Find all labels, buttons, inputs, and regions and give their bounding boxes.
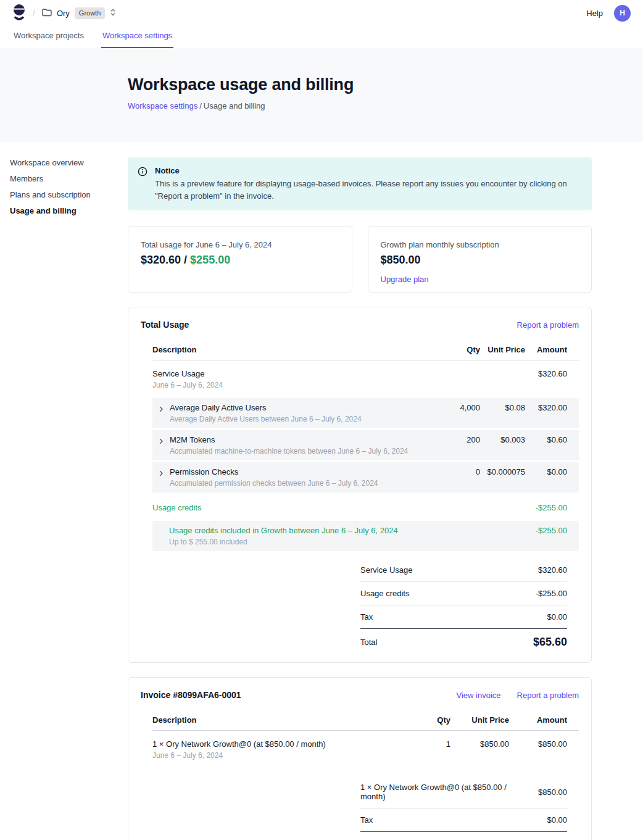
page-title: Workspace usage and billing: [128, 75, 643, 94]
row-unit-price: $0.000075: [480, 467, 525, 476]
row-subtitle: Up to $ 255.00 included: [169, 538, 398, 546]
ory-logo[interactable]: [12, 4, 26, 23]
usage-credits-item-row: Usage credits included in Growth between…: [152, 521, 579, 551]
summary-row-total: Total $65.60: [360, 629, 567, 650]
tab-workspace-settings[interactable]: Workspace settings: [101, 26, 173, 48]
workspace-name: Ory: [57, 9, 70, 18]
row-title: 1 × Ory Network Growth@0 (at $850.00 / m…: [152, 739, 395, 749]
chevron-right-icon: [158, 469, 164, 478]
row-title: Service Usage: [152, 369, 425, 378]
col-unit-price: Unit Price: [450, 715, 509, 725]
breadcrumb-separator: /: [199, 101, 202, 110]
summary-row-service-usage: Service Usage $320.60: [360, 559, 567, 582]
summary-row-total: Total $850.00: [360, 832, 567, 840]
breadcrumb-workspace-settings[interactable]: Workspace settings: [128, 101, 197, 110]
breadcrumb-current: Usage and billing: [204, 101, 265, 110]
row-title: M2M Tokens: [170, 435, 408, 444]
notice-title: Notice: [155, 166, 579, 175]
settings-sidebar: Workspace overview Members Plans and sub…: [0, 142, 128, 219]
summary-row-line-item: 1 × Ory Network Growth@0 (at $850.00 / m…: [360, 776, 567, 809]
subscription-amount: $850.00: [381, 254, 579, 267]
summary-value: $0.00: [547, 612, 567, 622]
usage-credits-group-row: Usage credits -$255.00: [152, 494, 579, 521]
invoice-summary: 1 × Ory Network Growth@0 (at $850.00 / m…: [360, 776, 567, 840]
summary-row-tax: Tax $0.00: [360, 809, 567, 832]
notice-body: This is a preview feature for displaying…: [155, 178, 579, 202]
notice-banner: Notice This is a preview feature for dis…: [128, 157, 592, 210]
row-unit-price: $0.003: [480, 435, 525, 444]
summary-row-usage-credits: Usage credits -$255.00: [360, 582, 567, 605]
total-usage-panel: Total Usage Report a problem Description…: [128, 307, 592, 663]
sidebar-item-usage-billing[interactable]: Usage and billing: [10, 203, 128, 219]
sidebar-item-workspace-overview[interactable]: Workspace overview: [10, 155, 128, 171]
row-amount: -$255.00: [525, 503, 579, 512]
usage-period-label: Total usage for June 6 – July 6, 2024: [141, 240, 339, 249]
usage-amount: $320.60 / $255.00: [141, 254, 339, 267]
view-invoice-link[interactable]: View invoice: [457, 691, 501, 700]
col-unit-price: Unit Price: [480, 345, 525, 354]
help-link[interactable]: Help: [586, 9, 603, 18]
row-amount: -$255.00: [525, 526, 579, 535]
tab-workspace-projects[interactable]: Workspace projects: [12, 26, 85, 48]
summary-row-tax: Tax $0.00: [360, 605, 567, 629]
usage-included-amount: $255.00: [190, 254, 230, 266]
row-amount: $320.60: [525, 369, 579, 378]
usage-used-amount: $320.60: [141, 254, 181, 266]
col-description: Description: [152, 715, 395, 725]
summary-value: $320.60: [538, 565, 567, 575]
page-header: Workspace usage and billing Workspace se…: [0, 48, 643, 142]
row-amount: $0.00: [525, 467, 579, 476]
total-label: Total: [360, 638, 377, 647]
summary-value: $0.00: [547, 815, 567, 825]
row-amount: $0.60: [525, 435, 579, 444]
total-value: $65.60: [533, 636, 567, 649]
row-unit-price: $0.08: [480, 403, 525, 412]
row-qty: 200: [425, 435, 480, 444]
line-item-row-m2m-tokens[interactable]: M2M Tokens Accumulated machine-to-machin…: [152, 430, 579, 460]
workspace-plan-badge: Growth: [75, 7, 105, 19]
usage-summary: Service Usage $320.60 Usage credits -$25…: [360, 559, 567, 650]
row-title: Average Daily Active Users: [170, 403, 362, 412]
invoice-table-header: Description Qty Unit Price Amount: [152, 712, 579, 731]
chevron-right-icon: [158, 405, 164, 414]
upgrade-plan-link[interactable]: Upgrade plan: [381, 275, 429, 284]
col-description: Description: [152, 345, 425, 354]
summary-label: Tax: [360, 612, 373, 622]
report-problem-link[interactable]: Report a problem: [517, 691, 579, 700]
usage-table: Description Qty Unit Price Amount Servic…: [152, 341, 579, 551]
row-qty: 4,000: [425, 403, 480, 412]
workspace-switcher[interactable]: Ory Growth: [42, 7, 116, 19]
summary-label: Service Usage: [360, 565, 413, 575]
folder-icon: [42, 8, 52, 19]
sidebar-item-members[interactable]: Members: [10, 171, 128, 187]
row-subtitle: June 6 – July 6, 2024: [152, 751, 395, 760]
row-title: Usage credits included in Growth between…: [169, 526, 398, 535]
line-item-row-permission-checks[interactable]: Permission Checks Accumulated permission…: [152, 462, 579, 493]
row-subtitle: June 6 – July 6, 2024: [152, 381, 425, 389]
usage-amount-separator: /: [181, 254, 190, 266]
summary-label: Usage credits: [360, 589, 409, 598]
sidebar-item-plans-subscription[interactable]: Plans and subscription: [10, 187, 128, 203]
summary-value: -$255.00: [536, 589, 567, 598]
invoice-title: Invoice #8099AFA6-0001: [141, 690, 241, 700]
invoice-panel: Invoice #8099AFA6-0001 View invoice Repo…: [128, 677, 592, 840]
row-unit-price: $850.00: [450, 739, 509, 749]
path-separator: /: [33, 8, 35, 18]
report-problem-link[interactable]: Report a problem: [517, 320, 579, 330]
row-subtitle: Average Daily Active Users between June …: [170, 415, 362, 423]
invoice-table: Description Qty Unit Price Amount 1 × Or…: [152, 712, 579, 768]
chevron-updown-icon: [110, 8, 116, 19]
col-qty: Qty: [395, 715, 450, 725]
row-subtitle: Accumulated permission checks between Ju…: [170, 479, 378, 488]
summary-label: Tax: [360, 815, 373, 825]
avatar[interactable]: H: [614, 5, 631, 22]
info-icon: [138, 167, 147, 202]
total-usage-stat-card: Total usage for June 6 – July 6, 2024 $3…: [128, 226, 352, 293]
col-qty: Qty: [425, 345, 480, 354]
summary-cards: Total usage for June 6 – July 6, 2024 $3…: [128, 226, 592, 293]
line-item-row-daily-active-users[interactable]: Average Daily Active Users Average Daily…: [152, 398, 579, 428]
usage-panel-title: Total Usage: [141, 320, 189, 330]
invoice-line-item-row: 1 × Ory Network Growth@0 (at $850.00 / m…: [152, 731, 579, 768]
workspace-tabs: Workspace projects Workspace settings: [0, 26, 643, 48]
subscription-stat-card: Growth plan monthly subscription $850.00…: [368, 226, 592, 293]
